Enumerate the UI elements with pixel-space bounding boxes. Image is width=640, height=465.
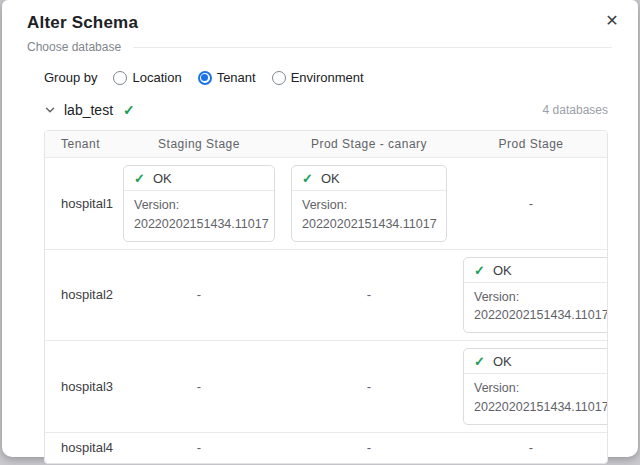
status-label: OK	[321, 171, 340, 186]
page-title: Alter Schema	[27, 13, 612, 33]
status-card[interactable]: ✓OKVersion:20220202151434.11017	[123, 165, 275, 242]
version-label: Version:	[474, 379, 608, 398]
stage-cell: -	[455, 158, 607, 249]
stage-cell: ✓OKVersion:20220202151434.11017	[283, 158, 455, 249]
tenant-cell: hospital2	[45, 250, 115, 341]
database-group-row[interactable]: lab_test ✓ 4 databases	[44, 102, 608, 118]
radio-icon[interactable]	[272, 71, 286, 85]
empty-cell-dash: -	[197, 287, 201, 302]
stage-cell: -	[115, 341, 283, 432]
table-header-row: TenantStaging StageProd Stage - canaryPr…	[45, 131, 607, 158]
check-icon: ✓	[302, 171, 313, 186]
close-icon[interactable]: ✕	[602, 11, 622, 31]
card-status-row: ✓OK	[124, 166, 274, 191]
chevron-down-icon[interactable]	[44, 104, 56, 116]
dialog-header: Alter Schema ✕ Choose database	[2, 0, 638, 54]
stage-cell: -	[283, 250, 455, 341]
card-status-row: ✓OK	[292, 166, 446, 191]
card-version-block: Version:20220202151434.11017	[124, 191, 274, 241]
table-row: hospital3--✓OKVersion:20220202151434.110…	[45, 341, 607, 433]
radio-option-location[interactable]: Location	[113, 70, 181, 85]
status-label: OK	[153, 171, 172, 186]
version-label: Version:	[302, 196, 436, 215]
header-divider	[133, 47, 612, 48]
database-status-table: TenantStaging StageProd Stage - canaryPr…	[44, 130, 608, 464]
group-by-options: LocationTenantEnvironment	[113, 70, 363, 85]
table-row: hospital4---	[45, 433, 607, 463]
stage-cell: ✓OKVersion:20220202151434.11017	[455, 250, 608, 341]
group-by-row: Group by LocationTenantEnvironment	[44, 70, 608, 85]
radio-label: Location	[132, 70, 181, 85]
version-label: Version:	[134, 196, 264, 215]
card-version-block: Version:20220202151434.11017	[464, 283, 608, 333]
group-by-label: Group by	[44, 70, 97, 85]
version-label: Version:	[474, 288, 608, 307]
check-icon: ✓	[474, 354, 485, 369]
stage-cell: -	[115, 250, 283, 341]
alter-schema-dialog: Alter Schema ✕ Choose database Group by …	[2, 0, 638, 457]
card-version-block: Version:20220202151434.11017	[464, 374, 608, 424]
stage-cell: -	[283, 341, 455, 432]
empty-cell-dash: -	[367, 379, 371, 394]
empty-cell-dash: -	[529, 440, 533, 455]
status-label: OK	[493, 263, 512, 278]
version-value: 20220202151434.11017	[302, 215, 436, 234]
column-header: Tenant	[45, 131, 115, 157]
tenant-cell: hospital4	[45, 433, 115, 463]
empty-cell-dash: -	[197, 440, 201, 455]
database-count: 4 databases	[543, 103, 608, 117]
radio-option-tenant[interactable]: Tenant	[198, 70, 256, 85]
dialog-body: Group by LocationTenantEnvironment lab_t…	[2, 54, 638, 464]
status-label: OK	[493, 354, 512, 369]
tenant-cell: hospital1	[45, 158, 115, 249]
version-value: 20220202151434.11017	[134, 215, 264, 234]
stage-cell: ✓OKVersion:20220202151434.11017	[115, 158, 283, 249]
version-value: 20220202151434.11017	[474, 306, 608, 325]
radio-label: Tenant	[217, 70, 256, 85]
radio-icon[interactable]	[198, 71, 212, 85]
stage-cell: -	[283, 433, 455, 463]
table-row: hospital1✓OKVersion:20220202151434.11017…	[45, 158, 607, 250]
version-value: 20220202151434.11017	[474, 398, 608, 417]
check-icon: ✓	[474, 263, 485, 278]
radio-option-environment[interactable]: Environment	[272, 70, 364, 85]
empty-cell-dash: -	[197, 379, 201, 394]
check-icon: ✓	[134, 171, 145, 186]
dialog-subtitle: Choose database	[27, 40, 121, 54]
stage-cell: -	[455, 433, 607, 463]
stage-cell: -	[115, 433, 283, 463]
stage-cell: ✓OKVersion:20220202151434.11017	[455, 341, 608, 432]
table-body: hospital1✓OKVersion:20220202151434.11017…	[45, 158, 607, 463]
column-header: Prod Stage - canary	[283, 131, 455, 157]
database-group-name: lab_test	[64, 102, 113, 118]
status-card[interactable]: ✓OKVersion:20220202151434.11017	[291, 165, 447, 242]
tenant-cell: hospital3	[45, 341, 115, 432]
column-header: Staging Stage	[115, 131, 283, 157]
check-icon: ✓	[123, 102, 135, 118]
card-status-row: ✓OK	[464, 258, 608, 283]
empty-cell-dash: -	[367, 440, 371, 455]
subtitle-row: Choose database	[27, 40, 612, 54]
status-card[interactable]: ✓OKVersion:20220202151434.11017	[463, 257, 608, 334]
empty-cell-dash: -	[529, 196, 533, 211]
radio-icon[interactable]	[113, 71, 127, 85]
card-version-block: Version:20220202151434.11017	[292, 191, 446, 241]
empty-cell-dash: -	[367, 287, 371, 302]
column-header: Prod Stage	[455, 131, 607, 157]
card-status-row: ✓OK	[464, 349, 608, 374]
radio-label: Environment	[291, 70, 364, 85]
table-row: hospital2--✓OKVersion:20220202151434.110…	[45, 250, 607, 342]
status-card[interactable]: ✓OKVersion:20220202151434.11017	[463, 348, 608, 425]
